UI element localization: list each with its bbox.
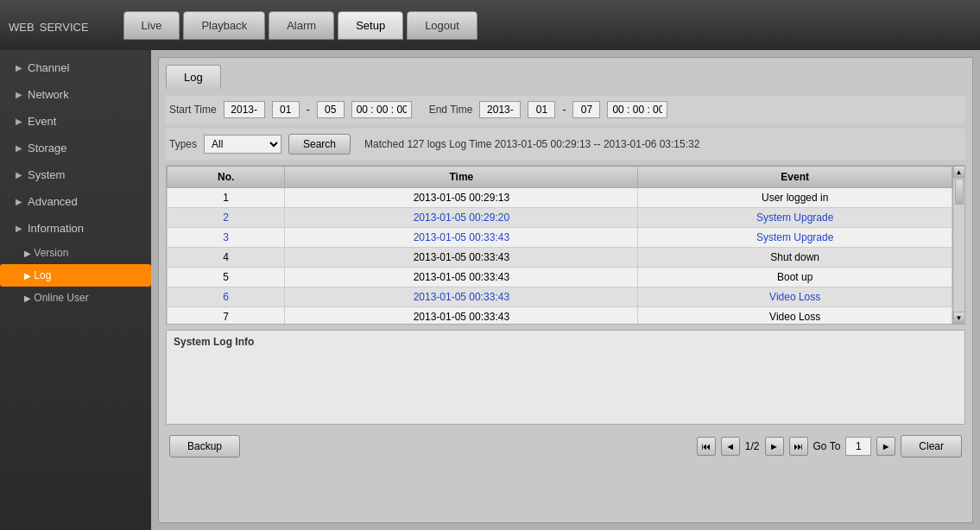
col-header-event: Event [638,167,952,188]
table-row[interactable]: 6 2013-01-05 00:33:43 Video Loss [168,287,952,307]
separator1: - [307,104,310,116]
table-scrollbar: ▲ ▼ [952,166,964,324]
table-row[interactable]: 5 2013-01-05 00:33:43 Boot up [168,268,952,287]
log-table: No. Time Event 1 2013-01-05 00:29:13 Use… [167,166,952,325]
cell-time: 2013-01-05 00:33:43 [285,268,638,287]
sidebar-item-network[interactable]: ▶ Network [0,81,151,108]
cell-event: Video Loss [638,307,952,325]
separator2: - [562,104,566,116]
table-row[interactable]: 3 2013-01-05 00:33:43 System Upgrade [168,228,952,248]
cell-no: 2 [168,208,285,228]
col-header-time: Time [285,167,638,188]
header: WEB SERVICE Live Playback Alarm Setup Lo… [0,0,980,50]
logo: WEB SERVICE [9,14,89,36]
end-time[interactable] [607,101,667,118]
arrow-icon: ▶ [16,170,22,180]
arrow-icon: ▶ [16,224,22,233]
arrow-icon: ▶ [16,90,22,99]
sidebar-label-network: Network [28,88,69,101]
next-page-button[interactable]: ► [765,437,784,456]
cell-no: 4 [168,248,285,268]
types-select[interactable]: All System Alarm Operation Network [204,135,281,154]
last-page-button[interactable]: ⏭ [789,437,808,456]
cell-event: User logged in [638,188,952,208]
search-button[interactable]: Search [288,134,351,155]
type-search-row: Types All System Alarm Operation Network… [166,129,965,160]
table-row[interactable]: 4 2013-01-05 00:33:43 Shut down [168,248,952,268]
types-label: Types [169,138,197,150]
tab-setup[interactable]: Setup [338,11,403,40]
cell-event: Boot up [638,268,952,287]
arrow-icon: ▶ [16,63,22,73]
start-time[interactable] [351,101,412,118]
sidebar-label-system: System [28,168,65,181]
clear-button[interactable]: Clear [901,435,962,457]
sidebar-sub-log[interactable]: ▶ Log [0,264,151,287]
content-tab-log[interactable]: Log [166,65,221,89]
matched-label: Matched [364,138,404,150]
content-inner: Log Start Time - End Time - [158,57,973,523]
go-to-input[interactable] [845,437,871,456]
arrow-icon: ▶ [16,143,22,153]
table-row[interactable]: 2 2013-01-05 00:29:20 System Upgrade [168,208,952,228]
search-form-row: Start Time - End Time - [166,96,965,123]
sidebar-item-information[interactable]: ▶ Information [0,215,151,242]
sidebar-item-channel[interactable]: ▶ Channel [0,54,151,81]
sidebar-sublabel-log: Log [34,269,51,281]
cell-time: 2013-01-05 00:33:43 [285,228,638,248]
cell-event: System Upgrade [638,208,952,228]
sidebar-item-event[interactable]: ▶ Event [0,108,151,135]
scroll-track [954,178,964,312]
content-area: Log Start Time - End Time - [151,50,980,530]
first-page-button[interactable]: ⏮ [697,437,716,456]
start-date-year[interactable] [224,101,265,118]
pagination-row: Backup ⏮ ◄ 1/2 ► ⏭ Go To ► Clear [166,432,965,461]
arrow-icon: ▶ [16,197,22,206]
sidebar-sub-version[interactable]: ▶ Version [0,242,151,264]
sidebar-item-system[interactable]: ▶ System [0,161,151,188]
tab-logout[interactable]: Logout [407,11,477,40]
sidebar-label-channel: Channel [28,61,69,74]
end-date-year[interactable] [479,101,521,118]
log-table-container: No. Time Event 1 2013-01-05 00:29:13 Use… [166,165,965,325]
scroll-up-button[interactable]: ▲ [953,166,965,178]
scroll-down-button[interactable]: ▼ [953,312,965,324]
start-date-day[interactable] [317,101,345,118]
start-date-month[interactable] [272,101,300,118]
go-to-button[interactable]: ► [876,437,895,456]
cell-event: System Upgrade [638,228,952,248]
start-time-label: Start Time [169,104,217,116]
sidebar: ▶ Channel ▶ Network ▶ Event ▶ Storage ▶ … [0,50,151,530]
prev-page-button[interactable]: ◄ [721,437,740,456]
cell-no: 1 [168,188,285,208]
arrow-icon: ▶ [24,293,31,303]
table-row[interactable]: 1 2013-01-05 00:29:13 User logged in [168,188,952,208]
log-time-range: 2013-01-05 00:29:13 -- 2013-01-06 03:15:… [495,138,700,150]
tab-alarm[interactable]: Alarm [269,11,334,40]
end-date-month[interactable] [528,101,555,118]
tab-live[interactable]: Live [123,11,180,40]
cell-no: 3 [168,228,285,248]
sidebar-label-information: Information [28,222,84,235]
pagination-controls: ⏮ ◄ 1/2 ► ⏭ Go To ► Clear [697,435,962,457]
sidebar-item-storage[interactable]: ▶ Storage [0,135,151,161]
nav-tabs: Live Playback Alarm Setup Logout [123,11,477,40]
sidebar-item-advanced[interactable]: ▶ Advanced [0,188,151,215]
tab-playback[interactable]: Playback [183,11,265,40]
end-date-day[interactable] [572,101,600,118]
cell-time: 2013-01-05 00:33:43 [285,307,638,325]
go-to-label: Go To [813,440,841,452]
matched-count: 127 logs [407,138,446,150]
main-layout: ▶ Channel ▶ Network ▶ Event ▶ Storage ▶ … [0,50,980,530]
logo-text: WEB [9,21,35,34]
sidebar-sub-online-user[interactable]: ▶ Online User [0,287,151,309]
cell-no: 7 [168,307,285,325]
app-container: WEB SERVICE Live Playback Alarm Setup Lo… [0,0,980,530]
log-time-label: Log Time [449,138,491,150]
backup-button[interactable]: Backup [169,435,240,457]
matched-info: Matched 127 logs Log Time 2013-01-05 00:… [364,138,699,150]
table-row[interactable]: 7 2013-01-05 00:33:43 Video Loss [168,307,952,325]
cell-no: 5 [168,268,285,287]
scroll-thumb[interactable] [955,179,964,205]
sidebar-label-storage: Storage [28,142,67,155]
